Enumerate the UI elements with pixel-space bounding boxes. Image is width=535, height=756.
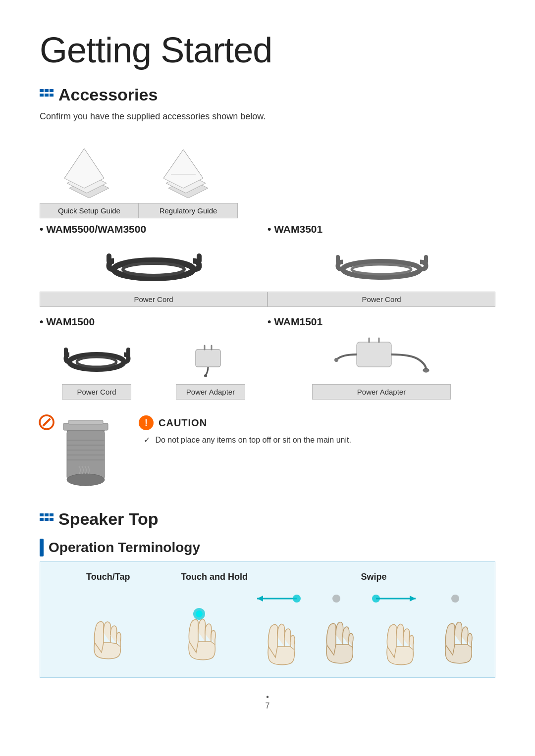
wam1500-cord-img — [62, 335, 131, 384]
svg-text:)))): )))) — [78, 464, 90, 474]
svg-point-20 — [123, 263, 184, 275]
accessories-subtitle: Confirm you have the supplied accessorie… — [40, 111, 495, 122]
svg-rect-56 — [50, 518, 54, 521]
swipe-label: Swipe — [268, 572, 480, 582]
speaker-top-header: Speaker Top — [40, 509, 495, 529]
wam5500-cord-label-row: Power Cord — [40, 292, 268, 307]
speaker-top-icon — [40, 513, 54, 525]
svg-marker-65 — [410, 596, 416, 602]
accessories-header: Accessories — [40, 85, 495, 104]
caution-text-block: ! CAUTION ✓ Do not place any items on to… — [139, 410, 495, 445]
check-mark-icon: ✓ — [144, 436, 150, 444]
wam1501-adapter-label: Power Adapter — [312, 384, 451, 400]
wam3501-cord-label-row: Power Cord — [268, 292, 495, 307]
wam3501-column: • WAM3501 Power Cord — [268, 223, 495, 307]
svg-point-36 — [423, 368, 429, 372]
svg-rect-2 — [50, 89, 54, 92]
op-term-title: Operation Terminology — [49, 540, 200, 555]
guide-item-quick: Quick Setup Guide — [40, 134, 139, 218]
svg-rect-5 — [50, 94, 54, 97]
wam1501-header: • WAM1501 — [268, 316, 495, 328]
accessories-title: Accessories — [58, 85, 158, 104]
svg-rect-35 — [357, 342, 391, 367]
wam3501-header: • WAM3501 — [268, 223, 495, 235]
wam1500-cord-label: Power Cord — [62, 384, 131, 400]
op-term-gesture-images — [55, 591, 480, 672]
wam1500-bullet: • — [40, 316, 46, 327]
svg-rect-55 — [45, 518, 49, 521]
page-number: 7 — [266, 702, 270, 710]
caution-title-row: ! CAUTION — [139, 415, 495, 430]
wam1501-adapter-item: Power Adapter — [312, 335, 451, 400]
wam1500-cord-item: Power Cord — [40, 335, 154, 400]
wam3501-label: WAM3501 — [274, 223, 322, 235]
op-term-header: Operation Terminology — [40, 539, 495, 556]
swipe-left-group — [247, 591, 307, 667]
svg-rect-53 — [50, 513, 54, 516]
regulatory-guide-img — [139, 134, 238, 203]
svg-rect-52 — [45, 513, 49, 516]
wam1500-items: Power Cord Power Adapte — [40, 335, 268, 400]
wam3501-cord-label: Power Cord — [268, 292, 495, 307]
caution-item-1: ✓ Do not place any items on top off or s… — [139, 435, 495, 445]
caution-icon: ! — [139, 415, 154, 430]
no-place-illustration: ⊘ )))) — [40, 410, 124, 495]
wam1500-header: • WAM1500 — [40, 316, 268, 328]
wam1501-label: WAM1501 — [274, 316, 322, 327]
quick-setup-guide-img — [40, 134, 139, 203]
regulatory-guide-label: Regulatory Guide — [139, 203, 238, 218]
svg-rect-0 — [40, 89, 44, 92]
wam1501-bullet: • — [268, 316, 274, 327]
op-term-table: Touch/Tap Touch and Hold Swipe — [40, 561, 495, 678]
swipe-right-end-group — [430, 591, 480, 667]
svg-marker-60 — [257, 596, 263, 602]
op-term-col-swipe: Swipe — [268, 572, 480, 586]
swipe-left-end-group — [312, 591, 361, 667]
wam3501-cord-img — [268, 242, 495, 292]
caution-section: ⊘ )))) ! CAUTION ✓ Do not place any — [40, 410, 495, 495]
wam5500-header: • WAM5500/WAM3500 — [40, 223, 268, 235]
svg-point-28 — [77, 357, 116, 367]
svg-rect-54 — [40, 518, 44, 521]
svg-rect-3 — [40, 94, 44, 97]
wam1500-adapter-item: Power Adapter — [154, 335, 268, 400]
caution-item-text: Do not place any items on top off or sit… — [155, 436, 351, 444]
touch-hold-hand — [151, 603, 247, 672]
speaker-top-section: Speaker Top — [40, 509, 495, 529]
svg-point-37 — [334, 358, 338, 362]
accessories-icon — [40, 89, 54, 101]
wam1500-adapter-label: Power Adapter — [176, 384, 245, 400]
quick-setup-guide-label: Quick Setup Guide — [40, 203, 139, 218]
svg-rect-31 — [196, 350, 220, 367]
wam1501-items: Power Adapter — [268, 335, 495, 400]
svg-rect-4 — [45, 94, 49, 97]
wam1500-column: • WAM1500 Power Cord — [40, 316, 268, 400]
page-dot: • — [266, 693, 269, 701]
svg-rect-51 — [40, 513, 44, 516]
wam1501-column: • WAM1501 — [268, 316, 495, 400]
wam5500-bullet: • — [40, 223, 46, 235]
caution-title: CAUTION — [159, 417, 207, 429]
swipe-right-group — [366, 591, 426, 667]
wam1500-adapter-img — [181, 335, 240, 384]
touch-hold-label: Touch and Hold — [161, 572, 268, 582]
guide-item-regulatory: Regulatory Guide — [139, 134, 238, 218]
svg-point-24 — [352, 264, 411, 274]
page-number-section: • 7 — [40, 693, 495, 710]
swipe-hands — [247, 591, 480, 672]
svg-point-62 — [332, 595, 340, 603]
op-term-bar-icon — [40, 539, 44, 556]
svg-rect-1 — [45, 89, 49, 92]
page-title: Getting Started — [40, 30, 495, 70]
wam1501-adapter-img — [312, 335, 451, 384]
op-term-column-headers: Touch/Tap Touch and Hold Swipe — [55, 572, 480, 586]
wam1500-label: WAM1500 — [46, 316, 95, 327]
svg-point-58 — [196, 610, 203, 617]
wam5500-cord-label: Power Cord — [40, 292, 268, 307]
svg-point-66 — [451, 595, 459, 603]
op-term-col-hold: Touch and Hold — [161, 572, 268, 586]
touch-tap-label: Touch/Tap — [55, 572, 161, 582]
guides-row: Quick Setup Guide Regulatory Guide — [40, 134, 495, 218]
no-symbol-icon: ⊘ — [37, 407, 56, 435]
svg-point-32 — [204, 374, 207, 377]
